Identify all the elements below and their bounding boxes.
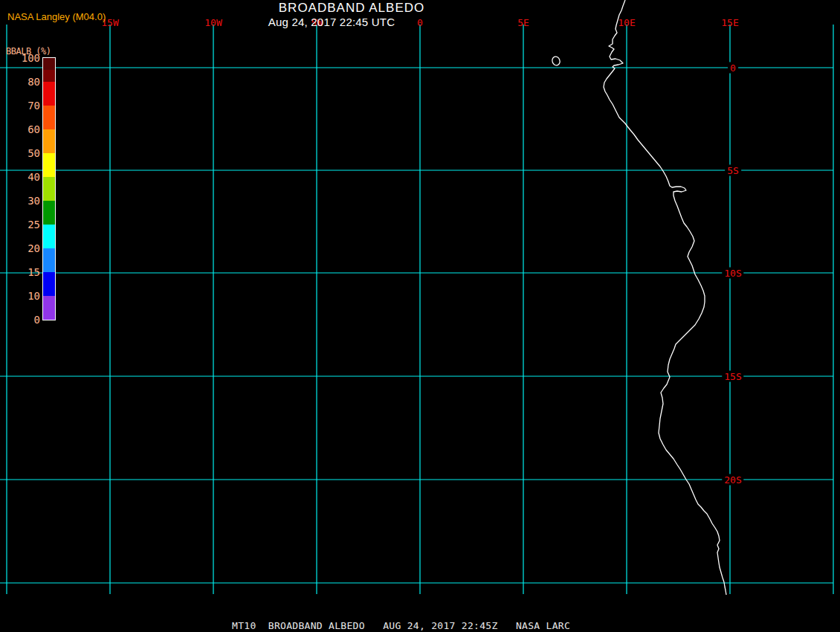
colorbar-segment-70-80 bbox=[43, 82, 55, 106]
agency-version-label: NASA Langley (M04.0) bbox=[7, 11, 106, 22]
latitude-label-15S: 15S bbox=[722, 371, 743, 382]
colorbar-tick-25: 25 bbox=[12, 219, 40, 230]
colorbar-tick-40: 40 bbox=[12, 171, 40, 183]
longitude-label-0: 0 bbox=[417, 17, 423, 28]
longitude-label-10E: 10E bbox=[618, 17, 635, 28]
footer-status-line: MT10 BROADBAND ALBEDO AUG 24, 2017 22:45… bbox=[232, 620, 570, 631]
colorbar-segment-15-20 bbox=[43, 248, 55, 272]
colorbar-tick-50: 50 bbox=[12, 147, 40, 159]
page-title: BROADBAND ALBEDO bbox=[279, 1, 424, 16]
colorbar-segment-0-10 bbox=[43, 296, 55, 320]
colorbar-segment-40-50 bbox=[43, 153, 55, 177]
colorbar-tick-70: 70 bbox=[12, 100, 40, 112]
colorbar bbox=[42, 57, 56, 320]
latitude-label-10S: 10S bbox=[722, 268, 743, 279]
colorbar-tick-15: 15 bbox=[12, 266, 40, 278]
colorbar-tick-80: 80 bbox=[12, 76, 40, 88]
longitude-label-15E: 15E bbox=[721, 17, 738, 28]
island-outline bbox=[551, 56, 561, 67]
colorbar-tick-10: 10 bbox=[12, 290, 40, 302]
colorbar-segment-30-40 bbox=[43, 177, 55, 201]
colorbar-tick-100: 100 bbox=[12, 52, 40, 64]
colorbar-segment-25-30 bbox=[43, 201, 55, 225]
latitude-label-0: 0 bbox=[728, 62, 738, 74]
coastline-path bbox=[604, 0, 726, 595]
latitude-label-20S: 20S bbox=[722, 474, 743, 486]
colorbar-segment-10-15 bbox=[43, 272, 55, 296]
map-svg bbox=[0, 0, 840, 632]
colorbar-tick-30: 30 bbox=[12, 195, 40, 207]
colorbar-tick-0: 0 bbox=[12, 314, 40, 326]
longitude-label-10W: 10W bbox=[204, 17, 222, 28]
colorbar-segment-20-25 bbox=[43, 225, 55, 248]
colorbar-segment-90-100 bbox=[43, 58, 55, 70]
albedo-map-screen: 15W10W5W05E10E15E 05S10S15S20S BBALB (%)… bbox=[0, 0, 840, 632]
timestamp-label: Aug 24, 2017 22:45 UTC bbox=[268, 16, 395, 28]
colorbar-segment-60-70 bbox=[43, 106, 55, 129]
colorbar-tick-20: 20 bbox=[12, 242, 40, 254]
latitude-label-5S: 5S bbox=[725, 165, 741, 176]
colorbar-segment-80-90 bbox=[43, 70, 55, 82]
colorbar-segment-50-60 bbox=[43, 129, 55, 153]
longitude-label-5E: 5E bbox=[517, 17, 529, 28]
colorbar-tick-60: 60 bbox=[12, 123, 40, 135]
